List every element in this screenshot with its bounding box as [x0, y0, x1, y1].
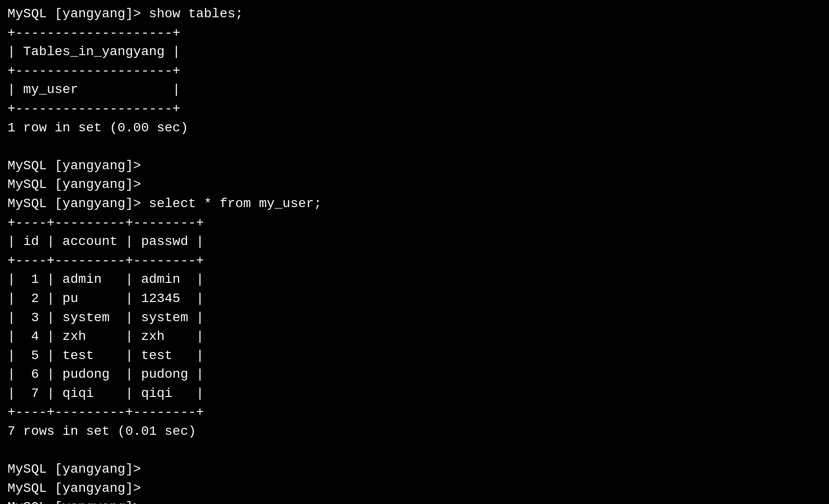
- terminal-line: +--------------------+: [7, 24, 822, 43]
- terminal-line: | 5 | test | test |: [7, 346, 822, 366]
- terminal-line: 1 row in set (0.00 sec): [7, 119, 822, 138]
- terminal-line: +--------------------+: [7, 62, 822, 81]
- terminal-line: MySQL [yangyang]>: [7, 479, 822, 498]
- terminal-line: 7 rows in set (0.01 sec): [7, 422, 822, 441]
- terminal-line: MySQL [yangyang]>: [7, 498, 822, 504]
- terminal-line: | 2 | pu | 12345 |: [7, 289, 822, 309]
- terminal-line: | 7 | qiqi | qiqi |: [7, 384, 822, 403]
- terminal-line: | 6 | pudong | pudong |: [7, 365, 822, 384]
- terminal-line: | 1 | admin | admin |: [7, 270, 822, 289]
- terminal-line: +--------------------+: [7, 100, 822, 119]
- terminal-line: | 4 | zxh | zxh |: [7, 327, 822, 346]
- terminal-line: [7, 137, 822, 157]
- terminal-output: MySQL [yangyang]> show tables;+---------…: [7, 5, 822, 504]
- terminal-line: MySQL [yangyang]>: [7, 175, 822, 194]
- terminal-line: | Tables_in_yangyang |: [7, 43, 822, 62]
- terminal-line: MySQL [yangyang]>: [7, 157, 822, 176]
- terminal-line: | id | account | passwd |: [7, 232, 822, 252]
- terminal-line: +----+---------+--------+: [7, 403, 822, 422]
- terminal-line: MySQL [yangyang]> show tables;: [7, 5, 822, 24]
- terminal-line: +----+---------+--------+: [7, 214, 822, 233]
- terminal-line: +----+---------+--------+: [7, 252, 822, 271]
- terminal-line: MySQL [yangyang]> select * from my_user;: [7, 194, 822, 214]
- terminal-line: [7, 441, 822, 461]
- terminal-line: | my_user |: [7, 80, 822, 100]
- terminal-line: | 3 | system | system |: [7, 309, 822, 328]
- terminal-line: MySQL [yangyang]>: [7, 460, 822, 479]
